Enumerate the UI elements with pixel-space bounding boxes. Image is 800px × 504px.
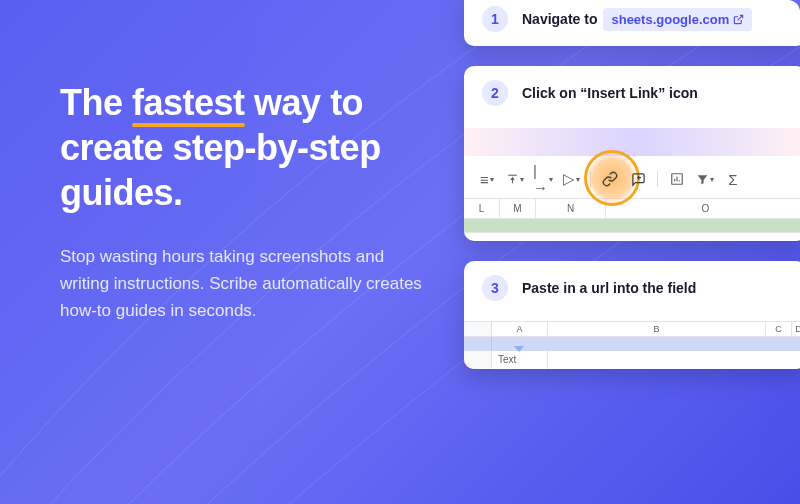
external-link-icon xyxy=(733,14,744,25)
step-card-3: 3 Paste in a url into the field A B C D … xyxy=(464,261,800,369)
col-header: B xyxy=(548,322,766,336)
functions-icon: Σ xyxy=(724,170,742,188)
hero-headline: The fastest way to create step-by-step g… xyxy=(60,80,434,215)
hero-subhead: Stop wasting hours taking screenshots an… xyxy=(60,243,434,325)
step-header: 2 Click on “Insert Link” icon xyxy=(464,66,800,120)
step-header: 3 Paste in a url into the field xyxy=(464,261,800,315)
col-header: M xyxy=(500,199,536,218)
step-number: 1 xyxy=(482,6,508,32)
wrap-icon: |→▾ xyxy=(534,170,552,188)
column-headers: A B C D xyxy=(464,321,800,337)
col-header: L xyxy=(464,199,500,218)
step-card-2: 2 Click on “Insert Link” icon ≡▾ ▾ |→▾ ▷… xyxy=(464,66,800,241)
col-header: O xyxy=(606,199,800,218)
filter-icon: ▾ xyxy=(696,170,714,188)
comment-icon xyxy=(629,170,647,188)
col-header: N xyxy=(536,199,606,218)
step-card-1: 1 Navigate to sheets.google.com xyxy=(464,0,800,46)
navigate-link[interactable]: sheets.google.com xyxy=(603,8,752,31)
step-header: 1 Navigate to sheets.google.com xyxy=(464,0,800,46)
column-headers: L M N O xyxy=(464,199,800,219)
step-text: Click on “Insert Link” icon xyxy=(522,85,698,101)
headline-highlight: fastest xyxy=(132,80,245,125)
sheet-row: Text xyxy=(464,351,800,369)
step-screenshot: ≡▾ ▾ |→▾ ▷▾ xyxy=(464,120,800,241)
rotate-icon: ▷▾ xyxy=(562,170,580,188)
step-text: Navigate to sheets.google.com xyxy=(522,8,752,31)
step-text-pre: Navigate to xyxy=(522,11,597,27)
step-text: Paste in a url into the field xyxy=(522,280,696,296)
svg-line-0 xyxy=(738,15,743,20)
col-header: C xyxy=(766,322,792,336)
col-header: D xyxy=(792,322,800,336)
sheet-row xyxy=(464,219,800,233)
valign-icon: ▾ xyxy=(506,170,524,188)
headline-pre: The xyxy=(60,82,132,123)
step-screenshot: A B C D Text xyxy=(464,315,800,369)
col-header: A xyxy=(492,322,548,336)
link-label: sheets.google.com xyxy=(611,12,729,27)
svg-rect-1 xyxy=(508,175,517,176)
hero-section: The fastest way to create step-by-step g… xyxy=(0,0,464,504)
insert-link-icon[interactable] xyxy=(601,170,619,188)
sheets-toolbar: ≡▾ ▾ |→▾ ▷▾ xyxy=(464,170,800,199)
step-number: 3 xyxy=(482,275,508,301)
chart-icon xyxy=(668,170,686,188)
step-number: 2 xyxy=(482,80,508,106)
align-icon: ≡▾ xyxy=(478,170,496,188)
steps-column: 1 Navigate to sheets.google.com xyxy=(464,0,800,504)
cell-label: Text xyxy=(492,351,548,369)
